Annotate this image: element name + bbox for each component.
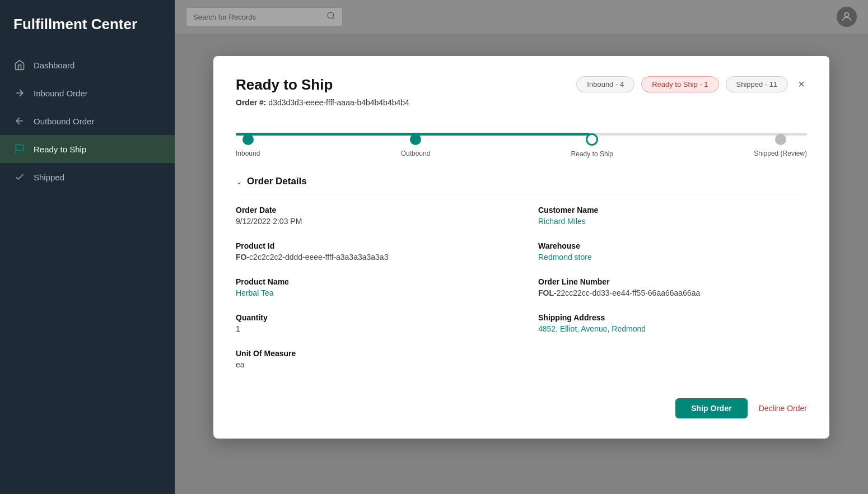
step-outbound: Outbound (401, 127, 431, 158)
app-title: Fulfillment Center (0, 0, 175, 51)
step-shipped-review: Shipped (Review) (754, 127, 807, 158)
product-id-uuid: c2c2c2c2-dddd-eeee-ffff-a3a3a3a3a3a3 (249, 253, 388, 262)
step-outbound-label: Outbound (401, 150, 431, 157)
customer-name-label: Customer Name (538, 206, 807, 215)
modal-title: Ready to Ship (236, 76, 333, 94)
sidebar-item-dashboard-label: Dashboard (34, 60, 74, 70)
sidebar: Fulfillment Center Dashboard Inbound Ord… (0, 0, 175, 494)
order-line-value: FOL-22cc22cc-dd33-ee44-ff55-66aa66aa66aa (538, 288, 807, 297)
unit-of-measure-field: Unit Of Measure ea (236, 349, 505, 369)
product-id-label: Product Id (236, 241, 505, 250)
shipped-icon (13, 171, 26, 183)
order-line-prefix: FOL- (538, 288, 557, 297)
order-date-value: 9/12/2022 2:03 PM (236, 217, 505, 226)
order-date-field: Order Date 9/12/2022 2:03 PM (236, 206, 505, 226)
sidebar-item-shipped-label: Shipped (34, 173, 64, 182)
step-inbound: Inbound (236, 127, 260, 158)
home-icon (13, 59, 26, 71)
quantity-field: Quantity 1 (236, 313, 505, 333)
step-ready-to-ship-label: Ready to Ship (571, 150, 613, 158)
badge-ready-to-ship[interactable]: Ready to Ship - 1 (641, 76, 718, 92)
product-id-value: FO-c2c2c2c2-dddd-eeee-ffff-a3a3a3a3a3a3 (236, 253, 505, 262)
product-name-label: Product Name (236, 277, 505, 286)
chevron-down-icon: ⌄ (236, 177, 242, 186)
warehouse-value: Redmond store (538, 253, 807, 262)
main-area: Ready to Ship Inbound - 4 Ready to Ship … (175, 0, 868, 494)
step-inbound-label: Inbound (236, 150, 260, 157)
product-name-field: Product Name Herbal Tea (236, 277, 505, 297)
ship-icon (13, 143, 26, 155)
decline-order-button[interactable]: Decline Order (759, 404, 807, 413)
section-title: Order Details (247, 176, 307, 187)
modal-badges: Inbound - 4 Ready to Ship - 1 Shipped - … (576, 76, 788, 92)
shipping-address-label: Shipping Address (538, 313, 807, 322)
modal-footer: Ship Order Decline Order (236, 389, 807, 418)
ship-order-button[interactable]: Ship Order (675, 398, 747, 418)
badge-inbound[interactable]: Inbound - 4 (576, 76, 634, 92)
order-line-field: Order Line Number FOL-22cc22cc-dd33-ee44… (538, 277, 807, 297)
unit-of-measure-label: Unit Of Measure (236, 349, 505, 358)
unit-of-measure-value: ea (236, 360, 505, 369)
order-date-label: Order Date (236, 206, 505, 215)
close-button[interactable]: × (796, 76, 807, 92)
modal-header: Ready to Ship Inbound - 4 Ready to Ship … (236, 76, 807, 94)
product-id-prefix: FO- (236, 253, 249, 262)
sidebar-item-inbound-order[interactable]: Inbound Order (0, 79, 175, 107)
badge-shipped[interactable]: Shipped - 11 (726, 76, 788, 92)
sidebar-item-outbound-order[interactable]: Outbound Order (0, 107, 175, 135)
quantity-label: Quantity (236, 313, 505, 322)
order-line-label: Order Line Number (538, 277, 807, 286)
sidebar-item-ready-to-ship[interactable]: Ready to Ship (0, 135, 175, 163)
sidebar-item-shipped[interactable]: Shipped (0, 163, 175, 191)
order-id: d3d3d3d3-eeee-ffff-aaaa-b4b4b4b4b4b4 (268, 98, 409, 107)
step-shipped-review-label: Shipped (Review) (754, 150, 807, 157)
modal-overlay: Ready to Ship Inbound - 4 Ready to Ship … (175, 0, 868, 494)
order-line-uuid: 22cc22cc-dd33-ee44-ff55-66aa66aa66aa (557, 288, 701, 297)
section-header: ⌄ Order Details (236, 176, 807, 194)
sidebar-nav: Dashboard Inbound Order Outbound Order (0, 51, 175, 191)
sidebar-item-dashboard[interactable]: Dashboard (0, 51, 175, 79)
progress-bar: Inbound Outbound Ready to Ship (236, 120, 807, 158)
sidebar-item-inbound-order-label: Inbound Order (34, 88, 88, 98)
warehouse-field: Warehouse Redmond store (538, 241, 807, 262)
sidebar-item-ready-to-ship-label: Ready to Ship (34, 145, 86, 154)
modal: Ready to Ship Inbound - 4 Ready to Ship … (213, 56, 829, 439)
customer-name-field: Customer Name Richard Miles (538, 206, 807, 226)
warehouse-label: Warehouse (538, 241, 807, 250)
product-id-field: Product Id FO-c2c2c2c2-dddd-eeee-ffff-a3… (236, 241, 505, 262)
outbound-icon (13, 115, 26, 127)
shipping-address-field: Shipping Address 4852, Elliot, Avenue, R… (538, 313, 807, 333)
order-number: Order #: d3d3d3d3-eeee-ffff-aaaa-b4b4b4b… (236, 98, 807, 107)
product-name-value: Herbal Tea (236, 288, 505, 297)
inbound-icon (13, 87, 26, 99)
customer-name-value: Richard Miles (538, 217, 807, 226)
shipping-address-value: 4852, Elliot, Avenue, Redmond (538, 324, 807, 333)
sidebar-item-outbound-order-label: Outbound Order (34, 116, 94, 126)
quantity-value: 1 (236, 324, 505, 333)
details-grid: Order Date 9/12/2022 2:03 PM Product Id … (236, 206, 807, 385)
order-prefix: Order #: (236, 98, 266, 107)
step-ready-to-ship: Ready to Ship (571, 127, 613, 158)
